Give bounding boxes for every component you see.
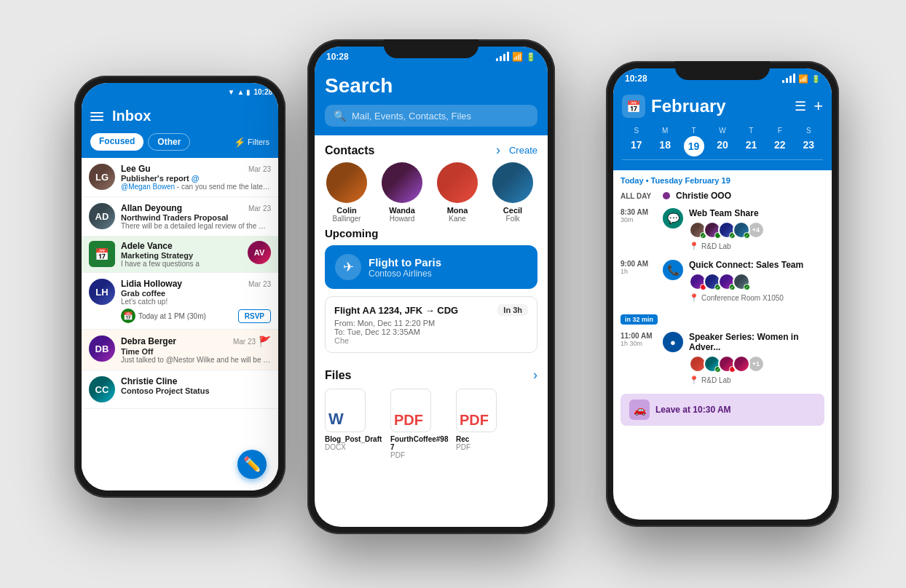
time-badge-32min: in 32 min bbox=[621, 314, 658, 325]
event-speaker[interactable]: 11:00 AM 1h 30m ● Speaker Series: Women … bbox=[621, 332, 824, 385]
hamburger-menu[interactable] bbox=[90, 112, 103, 121]
sender-adele: Adele Vance bbox=[121, 241, 173, 251]
cal-header-icons: ☰ + bbox=[795, 97, 823, 116]
subject-allan: Northwind Traders Proposal bbox=[121, 213, 271, 222]
signal-bars-right bbox=[782, 74, 795, 83]
flight-detail-card[interactable]: Flight AA 1234, JFK → CDG In 3h From: Mo… bbox=[325, 296, 537, 353]
other-tab[interactable]: Other bbox=[148, 133, 190, 151]
allday-name: Christie OOO bbox=[676, 191, 731, 201]
signal-icon: ▲ bbox=[237, 88, 245, 96]
email-item-christie[interactable]: CC Christie Cline Contoso Project Status bbox=[82, 370, 278, 409]
file-fourth-coffee[interactable]: PDF FourthCoffee#987 PDF bbox=[390, 389, 449, 459]
files-chevron[interactable]: › bbox=[533, 368, 537, 383]
date-21[interactable]: 21 bbox=[737, 136, 765, 156]
body-webteam: Web Team Share ✓ bbox=[689, 208, 824, 251]
email-item-debra[interactable]: DB Debra Berger Mar 23 🚩 Time Off Just t… bbox=[82, 330, 278, 370]
date-19-today[interactable]: 19 bbox=[684, 136, 704, 156]
phones-container: ▼ ▲ ▮ 10:28 Inbox Focused bbox=[52, 17, 854, 571]
avatar-cecil bbox=[492, 162, 533, 203]
notch-center bbox=[384, 39, 478, 58]
duration-qc: 1h bbox=[621, 268, 657, 275]
date-20[interactable]: 20 bbox=[708, 136, 736, 156]
upcoming-title: Upcoming bbox=[325, 227, 537, 239]
contact-last-wanda: Howard bbox=[390, 215, 414, 223]
email-item-lidia[interactable]: LH Lidia Holloway Mar 23 Grab coffee Let… bbox=[82, 273, 278, 330]
allday-dot bbox=[663, 192, 670, 199]
contacts-title: Contacts bbox=[325, 144, 374, 157]
date-23[interactable]: 23 bbox=[795, 136, 823, 156]
signal-bar-4 bbox=[507, 52, 509, 61]
event-web-team[interactable]: 8:30 AM 30m 💬 Web Team Share ✓ bbox=[621, 208, 824, 251]
contact-colin[interactable]: Colin Ballinger bbox=[320, 162, 373, 223]
preview-lidia: Let's catch up! bbox=[121, 298, 271, 306]
files-section: Files › W Blog_Post_Draft DOCX bbox=[315, 363, 548, 464]
allday-event-christie[interactable]: ALL DAY Christie OOO bbox=[621, 191, 824, 201]
file-name-2: FourthCoffee#987 bbox=[390, 435, 449, 451]
cal-header-row: 📅 February ☰ + bbox=[622, 95, 823, 118]
word-letter: W bbox=[328, 410, 344, 429]
icon-qc: 📞 bbox=[663, 260, 683, 280]
cal-list-icon[interactable]: ☰ bbox=[795, 98, 806, 114]
contact-last-mona: Kane bbox=[449, 215, 465, 223]
email-list: LG Lee Gu Mar 23 Publisher's report @ @M… bbox=[82, 158, 278, 490]
flight-name: Flight to Paris bbox=[369, 256, 441, 269]
contacts-row: Colin Ballinger Wanda Howard Mona Kane bbox=[315, 162, 548, 223]
focused-tab[interactable]: Focused bbox=[90, 133, 143, 151]
contact-wanda[interactable]: Wanda Howard bbox=[376, 162, 428, 223]
contact-mona[interactable]: Mona Kane bbox=[431, 162, 484, 223]
avatar-wanda bbox=[382, 162, 422, 203]
subject-adele: Marketing Strategy bbox=[121, 251, 242, 260]
file-rec[interactable]: PDF Rec PDF bbox=[456, 389, 514, 459]
date-18[interactable]: 18 bbox=[650, 136, 679, 156]
upcoming-section: Upcoming ✈ Flight to Paris Contoso Airli… bbox=[315, 223, 548, 363]
name-speaker: Speaker Series: Women in Adver... bbox=[689, 332, 824, 352]
contact-cecil[interactable]: Cecil Folk bbox=[487, 162, 539, 223]
search-placeholder: Mail, Events, Contacts, Files bbox=[352, 111, 471, 122]
attendees-webteam: ✓ ✓ ✓ bbox=[689, 221, 824, 239]
inbox-title: Inbox bbox=[112, 108, 151, 124]
date-17[interactable]: 17 bbox=[622, 136, 650, 156]
event-quick-connect[interactable]: 9:00 AM 1h 📞 Quick Connect: Sales Team bbox=[621, 260, 824, 303]
preview-adele: I have a few questions a bbox=[121, 260, 242, 268]
flight-card[interactable]: ✈ Flight to Paris Contoso Airlines bbox=[325, 245, 537, 289]
day-label-w: W bbox=[708, 125, 736, 136]
file-icon-pdf2: PDF bbox=[456, 389, 497, 432]
contacts-create[interactable]: Create bbox=[509, 145, 537, 156]
rsvp-button-lidia[interactable]: RSVP bbox=[238, 309, 271, 323]
email-item-allan[interactable]: AD Allan Deyoung Mar 23 Northwind Trader… bbox=[82, 197, 278, 237]
flight-route: Flight AA 1234, JFK → CDG bbox=[334, 305, 458, 316]
android-time: 10:28 bbox=[253, 88, 272, 96]
av-sp4 bbox=[733, 355, 750, 373]
email-item-lee[interactable]: LG Lee Gu Mar 23 Publisher's report @ @M… bbox=[82, 158, 278, 197]
day-label-t1: T bbox=[680, 125, 708, 136]
day-label-t2: T bbox=[737, 125, 765, 136]
avatar-allan: AD bbox=[89, 203, 115, 229]
location-webteam: 📍 R&D Lab bbox=[689, 242, 824, 251]
time-qc: 9:00 AM bbox=[621, 260, 657, 268]
battery-icon-android: ▮ bbox=[246, 88, 251, 96]
compose-fab[interactable]: ✏️ bbox=[237, 450, 267, 479]
file-ext-2: PDF bbox=[390, 451, 405, 459]
signal-bars-center bbox=[496, 52, 509, 61]
files-title: Files bbox=[325, 369, 351, 382]
contact-name-mona: Mona bbox=[447, 206, 468, 215]
compose-icon: ✏️ bbox=[243, 456, 261, 473]
date-22[interactable]: 22 bbox=[765, 136, 794, 156]
flight-icon: ✈ bbox=[335, 254, 361, 280]
file-blog-post[interactable]: W Blog_Post_Draft DOCX bbox=[325, 389, 383, 459]
search-bar[interactable]: 🔍 Mail, Events, Contacts, Files bbox=[325, 105, 537, 127]
filter-button[interactable]: ⚡ Filters bbox=[234, 137, 269, 148]
status-icons: ▼ ▲ ▮ bbox=[228, 88, 251, 96]
cal-add-icon[interactable]: + bbox=[814, 97, 823, 116]
contacts-chevron[interactable]: › bbox=[496, 143, 500, 158]
body-speaker: Speaker Series: Women in Adver... ✓ bbox=[689, 332, 824, 385]
week-day-labels: S M T W T F S bbox=[622, 125, 823, 136]
file-icon-pdf1: PDF bbox=[390, 389, 431, 432]
avatar-adele: AV bbox=[248, 241, 271, 264]
email-item-adele[interactable]: 📅 Adele Vance Marketing Strategy I have … bbox=[82, 237, 278, 273]
center-time: 10:28 bbox=[326, 52, 349, 62]
leave-banner: 🚗 Leave at 10:30 AM bbox=[621, 394, 824, 426]
date-allan: Mar 23 bbox=[248, 204, 271, 212]
phone-inbox: ▼ ▲ ▮ 10:28 Inbox Focused bbox=[74, 76, 285, 498]
pin-icon-webteam: 📍 bbox=[689, 242, 699, 251]
